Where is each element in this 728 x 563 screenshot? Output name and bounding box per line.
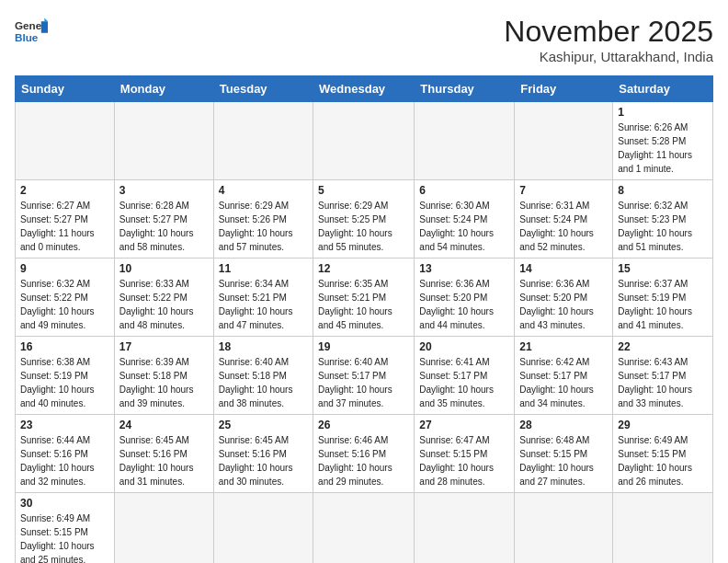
calendar-cell: 16Sunrise: 6:38 AM Sunset: 5:19 PM Dayli… (16, 337, 115, 415)
weekday-header-monday: Monday (114, 76, 213, 102)
day-info: Sunrise: 6:26 AM Sunset: 5:28 PM Dayligh… (618, 121, 708, 176)
day-number: 10 (119, 262, 209, 275)
calendar-cell (16, 102, 115, 180)
calendar-cell (415, 493, 515, 564)
day-info: Sunrise: 6:32 AM Sunset: 5:23 PM Dayligh… (618, 199, 708, 254)
svg-marker-2 (41, 21, 48, 33)
calendar-cell: 17Sunrise: 6:39 AM Sunset: 5:18 PM Dayli… (114, 337, 213, 415)
day-number: 21 (519, 340, 608, 353)
day-info: Sunrise: 6:35 AM Sunset: 5:21 PM Dayligh… (318, 277, 409, 332)
day-info: Sunrise: 6:40 AM Sunset: 5:18 PM Dayligh… (219, 355, 308, 410)
calendar-cell: 8Sunrise: 6:32 AM Sunset: 5:23 PM Daylig… (613, 180, 713, 259)
day-number: 6 (419, 184, 509, 197)
weekday-header-friday: Friday (515, 76, 613, 102)
weekday-header-saturday: Saturday (613, 76, 713, 102)
title-area: November 2025 Kashipur, Uttarakhand, Ind… (504, 15, 713, 64)
calendar-cell: 29Sunrise: 6:49 AM Sunset: 5:15 PM Dayli… (613, 415, 713, 493)
day-info: Sunrise: 6:28 AM Sunset: 5:27 PM Dayligh… (119, 199, 209, 254)
day-number: 11 (219, 262, 308, 275)
calendar-cell (114, 493, 213, 564)
day-number: 18 (219, 340, 308, 353)
day-number: 8 (618, 184, 708, 197)
day-number: 16 (20, 340, 109, 353)
calendar-cell: 9Sunrise: 6:32 AM Sunset: 5:22 PM Daylig… (16, 259, 115, 337)
week-row-6: 30Sunrise: 6:49 AM Sunset: 5:15 PM Dayli… (16, 493, 713, 564)
week-row-5: 23Sunrise: 6:44 AM Sunset: 5:16 PM Dayli… (16, 415, 713, 493)
calendar-cell (213, 493, 313, 564)
day-info: Sunrise: 6:49 AM Sunset: 5:15 PM Dayligh… (20, 511, 109, 563)
day-number: 20 (419, 340, 509, 353)
calendar-cell: 12Sunrise: 6:35 AM Sunset: 5:21 PM Dayli… (313, 259, 415, 337)
logo-icon: General Blue (15, 15, 48, 48)
day-number: 22 (618, 340, 708, 353)
week-row-3: 9Sunrise: 6:32 AM Sunset: 5:22 PM Daylig… (16, 259, 713, 337)
day-info: Sunrise: 6:38 AM Sunset: 5:19 PM Dayligh… (20, 355, 109, 410)
calendar-cell: 10Sunrise: 6:33 AM Sunset: 5:22 PM Dayli… (114, 259, 213, 337)
weekday-header-wednesday: Wednesday (313, 76, 415, 102)
calendar: SundayMondayTuesdayWednesdayThursdayFrid… (15, 75, 713, 563)
day-info: Sunrise: 6:39 AM Sunset: 5:18 PM Dayligh… (119, 355, 209, 410)
logo: General Blue (15, 15, 48, 48)
calendar-cell: 25Sunrise: 6:45 AM Sunset: 5:16 PM Dayli… (213, 415, 313, 493)
calendar-cell: 3Sunrise: 6:28 AM Sunset: 5:27 PM Daylig… (114, 180, 213, 259)
calendar-cell: 26Sunrise: 6:46 AM Sunset: 5:16 PM Dayli… (313, 415, 415, 493)
calendar-cell (415, 102, 515, 180)
calendar-cell (114, 102, 213, 180)
day-info: Sunrise: 6:34 AM Sunset: 5:21 PM Dayligh… (219, 277, 308, 332)
day-number: 4 (219, 184, 308, 197)
day-number: 24 (119, 419, 209, 431)
day-info: Sunrise: 6:44 AM Sunset: 5:16 PM Dayligh… (20, 433, 109, 488)
day-info: Sunrise: 6:36 AM Sunset: 5:20 PM Dayligh… (519, 277, 608, 332)
day-info: Sunrise: 6:47 AM Sunset: 5:15 PM Dayligh… (419, 433, 509, 488)
calendar-cell (515, 102, 613, 180)
day-number: 19 (318, 340, 409, 353)
calendar-cell: 20Sunrise: 6:41 AM Sunset: 5:17 PM Dayli… (415, 337, 515, 415)
day-number: 28 (519, 419, 608, 431)
day-info: Sunrise: 6:27 AM Sunset: 5:27 PM Dayligh… (20, 199, 109, 254)
calendar-cell: 4Sunrise: 6:29 AM Sunset: 5:26 PM Daylig… (213, 180, 313, 259)
calendar-cell: 24Sunrise: 6:45 AM Sunset: 5:16 PM Dayli… (114, 415, 213, 493)
calendar-cell: 15Sunrise: 6:37 AM Sunset: 5:19 PM Dayli… (613, 259, 713, 337)
weekday-header-sunday: Sunday (16, 76, 115, 102)
day-info: Sunrise: 6:48 AM Sunset: 5:15 PM Dayligh… (519, 433, 608, 488)
day-info: Sunrise: 6:40 AM Sunset: 5:17 PM Dayligh… (318, 355, 409, 410)
day-number: 27 (419, 419, 509, 431)
day-info: Sunrise: 6:46 AM Sunset: 5:16 PM Dayligh… (318, 433, 409, 488)
calendar-cell (515, 493, 613, 564)
day-info: Sunrise: 6:41 AM Sunset: 5:17 PM Dayligh… (419, 355, 509, 410)
calendar-cell: 6Sunrise: 6:30 AM Sunset: 5:24 PM Daylig… (415, 180, 515, 259)
day-number: 25 (219, 419, 308, 431)
calendar-cell (313, 102, 415, 180)
calendar-cell: 19Sunrise: 6:40 AM Sunset: 5:17 PM Dayli… (313, 337, 415, 415)
day-info: Sunrise: 6:43 AM Sunset: 5:17 PM Dayligh… (618, 355, 708, 410)
day-info: Sunrise: 6:31 AM Sunset: 5:24 PM Dayligh… (519, 199, 608, 254)
calendar-cell: 11Sunrise: 6:34 AM Sunset: 5:21 PM Dayli… (213, 259, 313, 337)
day-info: Sunrise: 6:45 AM Sunset: 5:16 PM Dayligh… (119, 433, 209, 488)
day-info: Sunrise: 6:29 AM Sunset: 5:26 PM Dayligh… (219, 199, 308, 254)
location-title: Kashipur, Uttarakhand, India (504, 49, 713, 64)
day-info: Sunrise: 6:29 AM Sunset: 5:25 PM Dayligh… (318, 199, 409, 254)
calendar-cell: 30Sunrise: 6:49 AM Sunset: 5:15 PM Dayli… (16, 493, 115, 564)
calendar-cell: 22Sunrise: 6:43 AM Sunset: 5:17 PM Dayli… (613, 337, 713, 415)
weekday-header-row: SundayMondayTuesdayWednesdayThursdayFrid… (16, 76, 713, 102)
weekday-header-thursday: Thursday (415, 76, 515, 102)
calendar-cell: 7Sunrise: 6:31 AM Sunset: 5:24 PM Daylig… (515, 180, 613, 259)
day-number: 15 (618, 262, 708, 275)
calendar-cell: 1Sunrise: 6:26 AM Sunset: 5:28 PM Daylig… (613, 102, 713, 180)
month-title: November 2025 (504, 15, 713, 49)
day-number: 17 (119, 340, 209, 353)
day-number: 5 (318, 184, 409, 197)
calendar-cell: 5Sunrise: 6:29 AM Sunset: 5:25 PM Daylig… (313, 180, 415, 259)
calendar-cell: 23Sunrise: 6:44 AM Sunset: 5:16 PM Dayli… (16, 415, 115, 493)
calendar-cell: 27Sunrise: 6:47 AM Sunset: 5:15 PM Dayli… (415, 415, 515, 493)
calendar-cell: 2Sunrise: 6:27 AM Sunset: 5:27 PM Daylig… (16, 180, 115, 259)
day-number: 7 (519, 184, 608, 197)
week-row-1: 1Sunrise: 6:26 AM Sunset: 5:28 PM Daylig… (16, 102, 713, 180)
day-number: 23 (20, 419, 109, 431)
day-info: Sunrise: 6:42 AM Sunset: 5:17 PM Dayligh… (519, 355, 608, 410)
calendar-cell: 21Sunrise: 6:42 AM Sunset: 5:17 PM Dayli… (515, 337, 613, 415)
weekday-header-tuesday: Tuesday (213, 76, 313, 102)
day-number: 2 (20, 184, 109, 197)
day-info: Sunrise: 6:37 AM Sunset: 5:19 PM Dayligh… (618, 277, 708, 332)
header: General Blue November 2025 Kashipur, Utt… (15, 15, 713, 64)
